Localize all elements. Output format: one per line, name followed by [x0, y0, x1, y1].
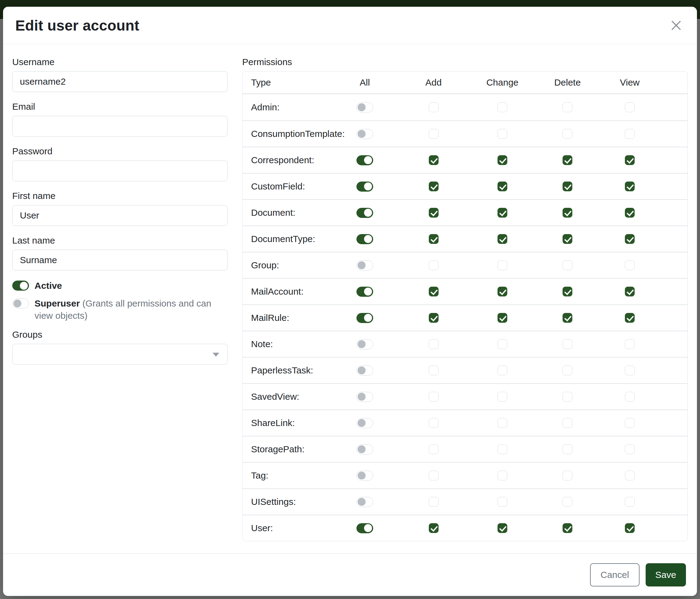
permission-add-checkbox[interactable]: [429, 445, 439, 454]
permission-delete-checkbox[interactable]: [562, 208, 572, 218]
permission-delete-checkbox[interactable]: [562, 365, 572, 375]
permission-view-checkbox[interactable]: [625, 418, 635, 428]
save-button[interactable]: Save: [646, 563, 686, 586]
permission-view-checkbox[interactable]: [625, 313, 635, 323]
permission-add-checkbox[interactable]: [429, 234, 439, 244]
permission-view-checkbox[interactable]: [625, 287, 635, 296]
permission-change-checkbox[interactable]: [498, 155, 507, 165]
permission-delete-checkbox[interactable]: [562, 313, 572, 323]
permission-all-toggle[interactable]: [356, 287, 373, 297]
permission-change-checkbox[interactable]: [498, 445, 507, 454]
permission-view-checkbox[interactable]: [625, 208, 635, 218]
email-input[interactable]: [12, 116, 227, 137]
permission-delete-checkbox[interactable]: [562, 129, 572, 139]
permission-change-checkbox[interactable]: [498, 234, 507, 244]
permission-all-toggle[interactable]: [356, 155, 373, 165]
permission-all-toggle[interactable]: [356, 102, 373, 113]
permission-change-checkbox[interactable]: [498, 102, 507, 112]
permission-all-toggle[interactable]: [356, 182, 373, 192]
permission-change-checkbox[interactable]: [498, 365, 507, 375]
permission-delete-checkbox[interactable]: [562, 339, 572, 349]
permission-change-checkbox[interactable]: [498, 339, 507, 349]
permission-change-checkbox[interactable]: [498, 129, 507, 139]
permission-view-checkbox[interactable]: [625, 260, 635, 270]
permission-delete-checkbox[interactable]: [562, 418, 572, 428]
cancel-button[interactable]: Cancel: [590, 563, 639, 586]
permission-delete-checkbox[interactable]: [562, 155, 572, 165]
permission-delete-checkbox[interactable]: [562, 234, 572, 244]
first-name-input[interactable]: [12, 205, 227, 226]
permission-view-checkbox[interactable]: [625, 234, 635, 244]
permission-add-checkbox[interactable]: [429, 129, 439, 139]
permission-view-checkbox[interactable]: [625, 471, 635, 480]
permission-view-checkbox[interactable]: [625, 497, 635, 507]
permission-all-toggle[interactable]: [356, 313, 373, 323]
permission-all-toggle[interactable]: [356, 260, 373, 270]
password-input[interactable]: [12, 161, 227, 181]
groups-select[interactable]: [12, 344, 227, 365]
active-toggle[interactable]: [12, 281, 29, 291]
groups-label: Groups: [12, 329, 227, 340]
permission-all-toggle[interactable]: [356, 392, 373, 402]
permission-change-checkbox[interactable]: [498, 418, 507, 428]
permission-view-checkbox[interactable]: [625, 182, 635, 191]
permission-delete-checkbox[interactable]: [562, 471, 572, 480]
permission-add-checkbox[interactable]: [429, 287, 439, 296]
permission-change-checkbox[interactable]: [498, 287, 507, 296]
permission-add-checkbox[interactable]: [429, 523, 439, 533]
permission-delete-checkbox[interactable]: [562, 102, 572, 112]
superuser-toggle[interactable]: [12, 298, 29, 308]
permission-add-checkbox[interactable]: [429, 392, 439, 402]
permission-change-checkbox[interactable]: [498, 260, 507, 270]
permission-change-checkbox[interactable]: [498, 313, 507, 323]
permission-view-checkbox[interactable]: [625, 523, 635, 533]
username-input[interactable]: [12, 71, 227, 92]
permission-view-checkbox[interactable]: [625, 102, 635, 112]
permission-all-toggle[interactable]: [356, 497, 373, 507]
permission-delete-checkbox[interactable]: [562, 523, 572, 533]
permission-all-toggle[interactable]: [356, 365, 373, 376]
permission-add-checkbox[interactable]: [429, 155, 439, 165]
permission-add-checkbox[interactable]: [429, 208, 439, 218]
permission-all-toggle[interactable]: [356, 129, 373, 139]
permission-add-checkbox[interactable]: [429, 182, 439, 191]
permission-row: ConsumptionTemplate:: [243, 120, 688, 147]
permission-delete-checkbox[interactable]: [562, 497, 572, 507]
permission-view-checkbox[interactable]: [625, 129, 635, 139]
permission-delete-checkbox[interactable]: [562, 182, 572, 191]
permission-all-toggle[interactable]: [356, 445, 373, 454]
permission-view-checkbox[interactable]: [625, 365, 635, 375]
permission-delete-checkbox[interactable]: [562, 260, 572, 270]
last-name-input[interactable]: [12, 250, 227, 270]
permission-all-toggle[interactable]: [356, 523, 373, 533]
permission-add-checkbox[interactable]: [429, 313, 439, 323]
permission-delete-checkbox[interactable]: [562, 445, 572, 454]
permission-row: Group:: [243, 252, 688, 278]
permission-change-checkbox[interactable]: [498, 182, 507, 191]
permission-all-toggle[interactable]: [356, 471, 373, 481]
permission-change-checkbox[interactable]: [498, 471, 507, 480]
permission-view-checkbox[interactable]: [625, 155, 635, 165]
permission-delete-checkbox[interactable]: [562, 392, 572, 402]
permission-add-checkbox[interactable]: [429, 497, 439, 507]
close-button[interactable]: [667, 16, 686, 35]
permission-add-checkbox[interactable]: [429, 418, 439, 428]
permission-add-checkbox[interactable]: [429, 339, 439, 349]
permission-view-checkbox[interactable]: [625, 339, 635, 349]
permission-row: Note:: [243, 331, 688, 357]
permission-add-checkbox[interactable]: [429, 471, 439, 480]
permission-change-checkbox[interactable]: [498, 497, 507, 507]
permission-all-toggle[interactable]: [356, 418, 373, 428]
permission-change-checkbox[interactable]: [498, 208, 507, 218]
permission-all-toggle[interactable]: [356, 234, 373, 244]
permission-all-toggle[interactable]: [356, 339, 373, 349]
permission-delete-checkbox[interactable]: [562, 287, 572, 296]
permission-add-checkbox[interactable]: [429, 365, 439, 375]
permission-change-checkbox[interactable]: [498, 392, 507, 402]
permission-add-checkbox[interactable]: [429, 102, 439, 112]
permission-add-checkbox[interactable]: [429, 260, 439, 270]
permission-all-toggle[interactable]: [356, 208, 373, 218]
permission-view-checkbox[interactable]: [625, 392, 635, 402]
permission-view-checkbox[interactable]: [625, 445, 635, 454]
permission-change-checkbox[interactable]: [498, 523, 507, 533]
